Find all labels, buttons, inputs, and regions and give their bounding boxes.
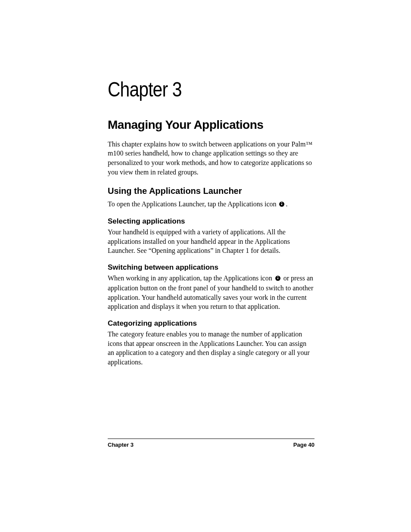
footer-rule (108, 439, 314, 439)
svg-rect-3 (277, 278, 278, 279)
text-before-icon: To open the Applications Launcher, tap t… (108, 200, 278, 208)
text-before-icon: When working in any application, tap the… (108, 274, 274, 282)
section-heading-launcher: Using the Applications Launcher (108, 186, 314, 196)
chapter-title: Chapter 3 (108, 78, 283, 101)
page-content: Chapter 3 Managing Your Applications Thi… (108, 78, 314, 370)
applications-icon (279, 200, 285, 210)
subsection-heading-selecting: Selecting applications (108, 217, 314, 226)
applications-icon (275, 274, 281, 284)
launcher-intro: To open the Applications Launcher, tap t… (108, 199, 314, 209)
main-heading: Managing Your Applications (108, 118, 314, 132)
svg-rect-1 (281, 204, 282, 205)
page-footer: Chapter 3 Page 40 (108, 439, 314, 448)
categorizing-body: The category feature enables you to mana… (108, 330, 314, 367)
subsection-heading-switching: Switching between applications (108, 263, 314, 272)
footer-row: Chapter 3 Page 40 (108, 442, 314, 448)
intro-paragraph: This chapter explains how to switch betw… (108, 140, 314, 177)
switching-body: When working in any application, tap the… (108, 274, 314, 311)
text-after-icon: . (286, 200, 287, 208)
selecting-body: Your handheld is equipped with a variety… (108, 227, 314, 255)
footer-left: Chapter 3 (108, 442, 134, 448)
subsection-heading-categorizing: Categorizing applications (108, 319, 314, 328)
footer-right: Page 40 (293, 442, 314, 448)
